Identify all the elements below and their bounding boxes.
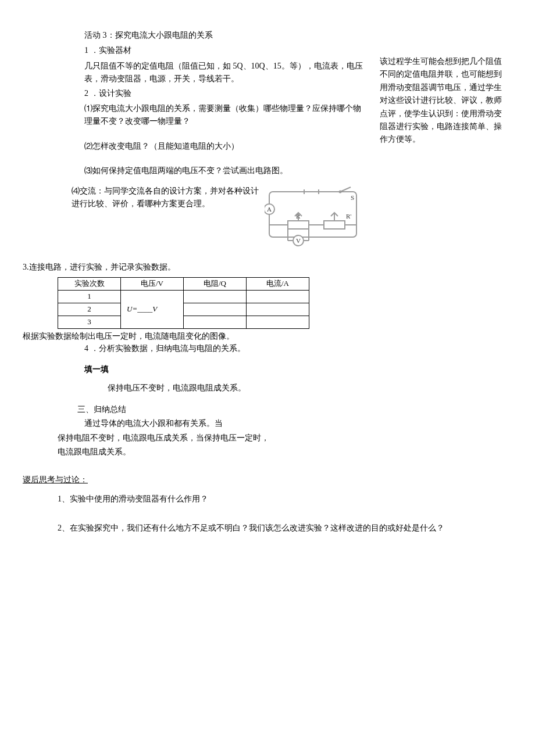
th-current: 电流/A	[247, 278, 309, 291]
discuss-q2: 2、在实验探究中，我们还有什么地方不足或不明白？我们该怎么改进实验？这样改进的目…	[49, 522, 506, 535]
cell-trial-3: 3	[58, 316, 121, 329]
circuit-diagram: S A R R'	[265, 185, 363, 253]
svg-rect-10	[324, 221, 345, 229]
section3-title: 3.连接电路，进行实验，并记录实验数据。	[23, 261, 506, 274]
rheostat-label: R'	[346, 213, 351, 220]
section5-body2: 保持电阻不变时，电流跟电压成关系，当保持电压一定时，	[49, 432, 506, 445]
svg-rect-0	[269, 192, 356, 237]
th-trial: 实验次数	[58, 278, 121, 291]
section2-q2: ⑵怎样改变电阻？（且能知道电阻的大小）	[49, 140, 363, 153]
section2-q3: ⑶如何保持定值电阻两端的电压不变？尝试画出电路图。	[49, 164, 363, 177]
section5-title: 三、归纳总结	[49, 403, 506, 416]
section4-title: 4 ．分析实验数据，归纳电流与电阻的关系。	[49, 342, 506, 355]
th-resistance: 电阻/Q	[184, 278, 247, 291]
table-row: 3	[58, 316, 309, 329]
discuss-q1: 1、实验中使用的滑动变阻器有什么作用？	[49, 493, 506, 506]
th-voltage: 电压/V	[121, 278, 184, 291]
voltmeter-label: V	[296, 237, 301, 244]
cell-trial-1: 1	[58, 291, 121, 303]
table-row: 1 U=____V	[58, 291, 309, 303]
discuss-title: 谡后思考与过论：	[23, 475, 88, 484]
discuss-title-wrap: 谡后思考与过论：	[23, 474, 506, 486]
section2-title: 2 ．设计实验	[49, 87, 363, 100]
cell-voltage: U=____V	[121, 291, 184, 329]
table-header-row: 实验次数 电压/V 电阻/Q 电流/A	[58, 278, 309, 291]
circuit-svg: S A R R'	[265, 185, 363, 249]
switch-label: S	[351, 194, 354, 201]
section1-title: 1 ．实验器材	[49, 44, 363, 57]
activity-title: 活动 3：探究电流大小跟电阻的关系	[49, 29, 363, 42]
cell-trial-2: 2	[58, 303, 121, 316]
section5-body: 通过导体的电流大小跟和都有关系。当	[49, 417, 506, 430]
experiment-table: 实验次数 电压/V 电阻/Q 电流/A 1 U=____V 2 3	[58, 277, 506, 329]
section2-q4: ⑷交流：与同学交流各自的设计方案，并对各种设计进行比较、评价，看哪种方案更合理。	[49, 185, 265, 211]
table-row: 2	[58, 303, 309, 316]
teacher-note: 该过程学生可能会想到把几个阻值不同的定值电阻并联，也可能想到用滑动变阻器调节电压…	[363, 29, 506, 146]
section2-q1: ⑴探究电流大小跟电阻的关系，需要测量（收集）哪些物理量？应保持哪个物理量不变？改…	[49, 102, 363, 128]
fill-label: 填一填	[49, 363, 506, 376]
section3-after-table: 根据实验数据绘制出电压一定时，电流随电阻变化的图像。	[23, 330, 506, 343]
ammeter-label: A	[267, 206, 272, 213]
section1-body: 几只阻值不等的定值电阻（阻值已知，如 5Q、10Q、15。等），电流表，电压表，…	[49, 60, 363, 86]
svg-rect-8	[288, 221, 309, 229]
svg-point-6	[339, 190, 342, 193]
section5-body3: 电流跟电阻成关系。	[49, 446, 506, 458]
svg-line-5	[340, 187, 351, 192]
fill-body: 保持电压不变时，电流跟电阻成关系。	[49, 382, 506, 395]
